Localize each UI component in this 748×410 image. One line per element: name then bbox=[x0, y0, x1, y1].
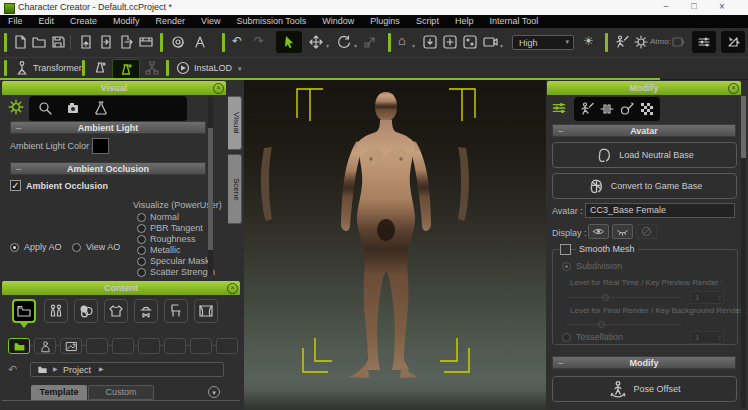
camera-random-icon[interactable] bbox=[462, 34, 478, 52]
import-avatar-icon[interactable] bbox=[78, 34, 94, 52]
collapse-indicator[interactable]: – bbox=[16, 163, 21, 176]
import-content-icon[interactable] bbox=[98, 34, 114, 52]
content-slot-empty[interactable] bbox=[190, 338, 212, 354]
edit-mesh-icon[interactable] bbox=[92, 60, 108, 78]
menu-create[interactable]: Create bbox=[62, 15, 105, 28]
move-tool-icon[interactable] bbox=[308, 34, 324, 52]
redo-icon[interactable]: ↷ bbox=[254, 34, 264, 48]
realtime-spinbox[interactable]: 1 ▴ ▾ bbox=[690, 291, 724, 304]
ambient-occlusion-section-header[interactable]: – Ambient Occlusion bbox=[10, 162, 206, 175]
edit-mesh-active-button[interactable] bbox=[112, 59, 140, 80]
menu-render[interactable]: Render bbox=[148, 15, 194, 28]
visual-scrollbar-thumb[interactable] bbox=[208, 128, 213, 250]
content-slot-empty[interactable] bbox=[164, 338, 186, 354]
display-link-button[interactable] bbox=[636, 224, 657, 239]
pose-tool-icon[interactable] bbox=[192, 34, 208, 52]
modify-scrollbar-thumb[interactable] bbox=[741, 96, 746, 158]
content-category-material[interactable] bbox=[74, 299, 98, 323]
menu-plugins[interactable]: Plugins bbox=[362, 15, 408, 28]
instalod-dropdown[interactable]: ▾ bbox=[238, 65, 242, 73]
minimize-button[interactable]: – bbox=[656, 1, 676, 11]
sun-light-icon[interactable]: ☀ bbox=[583, 34, 594, 48]
undo-icon[interactable]: ↶ bbox=[232, 34, 242, 48]
smooth-mesh-checkbox[interactable] bbox=[560, 244, 571, 255]
content-slot-empty[interactable] bbox=[112, 338, 134, 354]
menu-help[interactable]: Help bbox=[447, 15, 482, 28]
rotate-tool-icon[interactable] bbox=[336, 34, 352, 52]
breadcrumb-back-icon[interactable]: ↶ bbox=[8, 363, 17, 376]
collapse-indicator[interactable]: – bbox=[558, 357, 563, 370]
morph-icon[interactable] bbox=[599, 101, 615, 119]
light-probe-icon[interactable] bbox=[37, 100, 53, 118]
content-category-project[interactable] bbox=[12, 299, 36, 323]
export-icon[interactable] bbox=[118, 34, 134, 52]
material-icon[interactable] bbox=[619, 101, 635, 119]
avatar-name-field[interactable]: CC3_Base Female bbox=[585, 203, 735, 218]
tessellation-radio[interactable] bbox=[562, 333, 571, 342]
content-category-accessory[interactable] bbox=[134, 299, 158, 323]
modify-section-header[interactable]: – Modify bbox=[552, 356, 736, 369]
content-category-actor[interactable] bbox=[44, 299, 68, 323]
avatar-section-header[interactable]: – Avatar bbox=[552, 124, 736, 137]
side-tab-scene[interactable]: Scene bbox=[228, 154, 242, 224]
scale-tool-icon[interactable] bbox=[362, 34, 378, 52]
quality-dropdown[interactable]: High ▾ bbox=[512, 35, 574, 50]
menu-view[interactable]: View bbox=[193, 15, 228, 28]
convert-to-game-base-button[interactable]: Convert to Game Base bbox=[552, 173, 737, 199]
atmo-update-icon[interactable] bbox=[670, 34, 686, 52]
view-ao-radio[interactable] bbox=[72, 243, 81, 252]
modify-tab-attribute-icon[interactable] bbox=[550, 99, 568, 119]
render-icon[interactable] bbox=[170, 34, 186, 52]
media-export-icon[interactable] bbox=[138, 34, 154, 52]
final-slider-track[interactable] bbox=[566, 324, 682, 325]
modify-character-icon[interactable] bbox=[579, 101, 595, 119]
content-panel-header[interactable]: Content × bbox=[2, 281, 240, 295]
spin-down-icon[interactable]: ▾ bbox=[718, 337, 721, 342]
tab-custom[interactable]: Custom bbox=[88, 385, 154, 400]
content-panel-close-icon[interactable]: × bbox=[227, 283, 238, 294]
transformer-label[interactable]: Transformer bbox=[33, 63, 82, 73]
camera-frame-icon[interactable] bbox=[442, 34, 458, 52]
model-head[interactable] bbox=[375, 92, 397, 121]
final-spinbox[interactable]: 1 ▴ ▾ bbox=[690, 331, 724, 344]
instalod-icon[interactable] bbox=[176, 61, 190, 77]
rotate-tool-dropdown[interactable]: ▾ bbox=[354, 42, 357, 49]
camera-view-dropdown[interactable]: ▾ bbox=[500, 42, 503, 49]
breadcrumb[interactable]: ▶ Project ▶ bbox=[30, 362, 224, 377]
visual-settings-gear-icon[interactable] bbox=[7, 98, 25, 118]
content-slot-empty[interactable] bbox=[216, 338, 238, 354]
menu-window[interactable]: Window bbox=[314, 15, 362, 28]
content-slot-image[interactable] bbox=[60, 338, 82, 354]
visual-panel-close-icon[interactable]: × bbox=[213, 83, 224, 94]
menu-submission-tools[interactable]: Submission Tools bbox=[228, 15, 314, 28]
new-project-icon[interactable] bbox=[12, 34, 28, 52]
content-expand-icon[interactable]: ▾ bbox=[208, 386, 220, 398]
mesh-hierarchy-icon[interactable] bbox=[144, 60, 160, 78]
close-button[interactable]: × bbox=[712, 1, 732, 12]
viewport-3d[interactable] bbox=[244, 80, 546, 410]
home-camera-dropdown[interactable]: ▾ bbox=[412, 42, 415, 49]
collapse-indicator[interactable]: – bbox=[558, 125, 563, 138]
menu-modify[interactable]: Modify bbox=[105, 15, 148, 28]
ambient-light-color-swatch[interactable] bbox=[92, 138, 109, 154]
display-hide-button[interactable] bbox=[612, 224, 633, 239]
atmosphere-gear-icon[interactable] bbox=[633, 34, 649, 52]
camera-fit-icon[interactable] bbox=[422, 34, 438, 52]
load-neutral-base-button[interactable]: Load Neutral Base bbox=[552, 142, 737, 168]
content-slot-empty[interactable] bbox=[86, 338, 108, 354]
menu-internal-tool[interactable]: Internal Tool bbox=[481, 15, 546, 28]
visualize-metallic-radio[interactable] bbox=[137, 246, 146, 255]
ambient-light-section-header[interactable]: – Ambient Light bbox=[10, 121, 206, 134]
maximize-button[interactable]: □ bbox=[684, 1, 704, 11]
content-slot-avatar[interactable] bbox=[34, 338, 56, 354]
edit-motion-icon[interactable] bbox=[614, 34, 630, 52]
home-camera-icon[interactable]: ⌂ bbox=[398, 33, 406, 48]
texture-icon[interactable] bbox=[639, 101, 655, 119]
realtime-slider-handle[interactable] bbox=[602, 294, 609, 301]
content-slot-empty[interactable] bbox=[138, 338, 160, 354]
visual-panel-header[interactable]: Visual × bbox=[2, 81, 226, 95]
visualize-normal-radio[interactable] bbox=[137, 213, 146, 222]
save-project-icon[interactable] bbox=[50, 34, 66, 52]
subdivision-radio[interactable] bbox=[562, 262, 571, 271]
content-slot-folder[interactable] bbox=[8, 338, 30, 354]
